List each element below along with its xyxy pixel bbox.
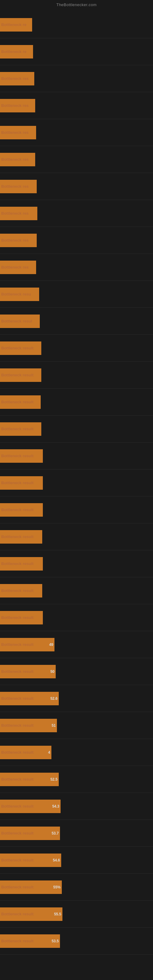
bar-row: Bottleneck result: [0, 604, 153, 631]
bar-label: Bottleneck result: [0, 858, 33, 862]
bar-label: Bottleneck res: [0, 211, 29, 216]
bar-value: 51: [52, 723, 56, 728]
bar-fill: Bottleneck result: [0, 503, 43, 517]
bar-label: Bottleneck result: [0, 400, 33, 404]
bar-label: Bottleneck result: [0, 669, 33, 674]
bar-fill: Bottleneck resu: [0, 288, 39, 301]
bar-fill: Bottleneck result55%: [0, 880, 62, 894]
bar-label: Bottleneck res: [0, 265, 29, 269]
bar-label: Bottleneck result: [0, 615, 33, 620]
bar-fill: Bottleneck re: [0, 45, 33, 59]
bar-value: 49: [49, 643, 53, 647]
bar-label: Bottleneck result: [0, 426, 33, 431]
bar-fill: Bottleneck resul: [0, 315, 40, 328]
bar-row: Bottleneck res: [0, 119, 153, 146]
bar-label: Bottleneck result: [0, 750, 33, 755]
bar-row: Bottleneck res: [0, 254, 153, 281]
bar-value: 53.7: [52, 831, 59, 835]
bar-fill: Bottleneck result52.5: [0, 773, 59, 786]
bar-value: 55.5: [54, 912, 61, 916]
bar-row: Bottleneck result: [0, 389, 153, 415]
bar-row: Bottleneck res: [0, 200, 153, 227]
bar-value: 54.3: [52, 804, 59, 808]
bar-row: Bottleneck result: [0, 523, 153, 550]
bar-label: Bottleneck result: [0, 939, 33, 943]
bar-fill: Bottleneck result55.5: [0, 907, 62, 921]
bar-row: Bottleneck res: [0, 65, 153, 92]
bar-label: Bottleneck result: [0, 804, 33, 808]
bar-row: Bottleneck result: [0, 577, 153, 604]
chart-container: Bottleneck reBottleneck reBottleneck res…: [0, 8, 153, 976]
bar-fill: Bottleneck result: [0, 449, 43, 463]
bar-row: Bottleneck result: [0, 550, 153, 577]
bar-row: Bottleneck result53.7: [0, 820, 153, 847]
bar-fill: Bottleneck result51: [0, 719, 57, 732]
bar-fill: Bottleneck res: [0, 126, 36, 139]
bar-label: Bottleneck result: [0, 453, 33, 458]
bar-row: Bottleneck res: [0, 146, 153, 173]
bar-label: Bottleneck res: [0, 184, 29, 189]
bar-label: Bottleneck res: [0, 103, 29, 108]
bar-label: Bottleneck res: [0, 238, 29, 243]
bar-label: Bottleneck re: [0, 49, 26, 54]
bar-fill: Bottleneck result52.6: [0, 692, 59, 705]
bar-fill: Bottleneck result: [0, 422, 41, 436]
bar-fill: Bottleneck result: [0, 395, 41, 409]
bar-row: Bottleneck result: [0, 335, 153, 362]
bar-label: Bottleneck result: [0, 480, 33, 485]
bar-value: 52.5: [51, 777, 57, 781]
bar-fill: Bottleneck res: [0, 72, 34, 86]
bar-label: Bottleneck result: [0, 373, 33, 377]
bar-row: Bottleneck result49: [0, 631, 153, 658]
bar-label: Bottleneck res: [0, 157, 29, 162]
bar-label: Bottleneck re: [0, 22, 26, 27]
bar-fill: Bottleneck result: [0, 368, 41, 382]
bar-fill: Bottleneck result: [0, 342, 41, 355]
bar-label: Bottleneck result: [0, 562, 33, 566]
bar-row: Bottleneck re: [0, 11, 153, 38]
bar-row: Bottleneck result53.5: [0, 928, 153, 955]
bar-fill: Bottleneck result54.3: [0, 800, 61, 813]
bar-label: Bottleneck res: [0, 130, 29, 135]
bar-row: Bottleneck res: [0, 92, 153, 119]
bar-label: Bottleneck result: [0, 642, 33, 647]
bar-fill: Bottleneck result53.5: [0, 934, 60, 948]
bar-fill: Bottleneck result54.6: [0, 854, 61, 867]
bar-row: Bottleneck result52.6: [0, 685, 153, 712]
bar-row: Bottleneck result55%: [0, 874, 153, 901]
bar-row: Bottleneck result: [0, 442, 153, 469]
bar-label: Bottleneck result: [0, 723, 33, 728]
bar-row: Bottleneck result: [0, 362, 153, 389]
bar-value: 53.5: [52, 939, 59, 943]
bar-value: 52.6: [51, 697, 57, 701]
bar-row: Bottleneck result55.5: [0, 901, 153, 928]
bar-fill: Bottleneck result: [0, 584, 42, 598]
bar-fill: Bottleneck result49: [0, 638, 54, 651]
bar-row: Bottleneck res: [0, 227, 153, 254]
bar-fill: Bottleneck result: [0, 557, 43, 571]
bar-label: Bottleneck res: [0, 76, 29, 81]
bar-row: Bottleneck res: [0, 173, 153, 200]
bar-label: Bottleneck result: [0, 831, 33, 835]
bar-row: Bottleneck re: [0, 38, 153, 65]
bar-value: 4: [48, 750, 50, 755]
bar-fill: Bottleneck result: [0, 611, 43, 624]
bar-label: Bottleneck result: [0, 885, 33, 889]
bar-row: Bottleneck result54.3: [0, 793, 153, 820]
bar-fill: Bottleneck res: [0, 180, 37, 193]
bar-value: 54.6: [53, 858, 60, 862]
bar-label: Bottleneck resul: [0, 319, 32, 323]
bar-fill: Bottleneck res: [0, 99, 35, 112]
site-title: TheBottlenecker.com: [0, 0, 153, 8]
bar-label: Bottleneck result: [0, 535, 33, 539]
bar-label: Bottleneck result: [0, 588, 33, 593]
bar-label: Bottleneck result: [0, 346, 33, 350]
bar-fill: Bottleneck result53.7: [0, 827, 60, 840]
bar-fill: Bottleneck result50: [0, 665, 56, 678]
bar-row: Bottleneck result: [0, 496, 153, 523]
bar-fill: Bottleneck res: [0, 207, 37, 220]
bar-row: Bottleneck result54.6: [0, 847, 153, 874]
bar-value: 55%: [53, 885, 61, 889]
bar-fill: Bottleneck result: [0, 530, 42, 544]
bar-row: Bottleneck result52.5: [0, 766, 153, 793]
